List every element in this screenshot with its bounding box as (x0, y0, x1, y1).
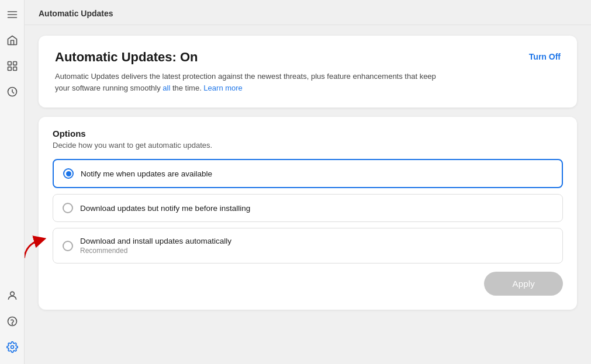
sidebar (0, 0, 25, 364)
content-area: Automatic Updates: On Automatic Updates … (25, 25, 591, 320)
menu-icon[interactable] (5, 7, 20, 22)
svg-point-10 (12, 324, 12, 325)
home-icon[interactable] (5, 33, 20, 48)
options-title: Options (53, 129, 563, 138)
radio-label-auto-install: Download and install updates automatical… (80, 237, 231, 245)
desc-text-1: Automatic Updates delivers the latest pr… (55, 72, 436, 92)
learn-more-link[interactable]: Learn more (203, 84, 242, 92)
radio-option-download-notify[interactable]: Download updates but notify me before in… (53, 194, 563, 222)
arrow-annotation (25, 230, 50, 262)
apply-button[interactable]: Apply (484, 272, 563, 296)
page-title: Automatic Updates (39, 9, 113, 18)
radio-label-wrap-download-notify: Download updates but notify me before in… (80, 204, 250, 213)
svg-rect-6 (13, 67, 16, 71)
turn-off-button[interactable]: Turn Off (529, 52, 561, 61)
radio-option-notify[interactable]: Notify me when updates are available (53, 159, 563, 188)
help-icon[interactable] (5, 314, 20, 329)
radio-label-download-notify: Download updates but notify me before in… (80, 204, 250, 213)
account-icon[interactable] (5, 288, 20, 303)
topbar: Automatic Updates (25, 0, 591, 25)
red-arrow-icon (25, 230, 50, 262)
options-subtitle: Decide how you want to get automatic upd… (53, 141, 563, 150)
radio-circle-auto-install (63, 241, 73, 251)
radio-circle-download-notify (63, 203, 73, 213)
status-card: Automatic Updates: On Automatic Updates … (39, 36, 577, 108)
options-card: Options Decide how you want to get autom… (39, 117, 577, 310)
radio-circle-inner-notify (66, 171, 71, 176)
radio-label-wrap-auto-install: Download and install updates automatical… (80, 237, 231, 255)
update-description: Automatic Updates delivers the latest pr… (55, 71, 452, 93)
svg-rect-3 (8, 62, 11, 65)
settings-icon[interactable] (5, 339, 20, 355)
main-content: Automatic Updates Automatic Updates: On … (25, 0, 591, 364)
svg-point-8 (10, 292, 14, 296)
status-card-content: Automatic Updates: On Automatic Updates … (55, 50, 515, 93)
apps-icon[interactable] (5, 58, 20, 74)
radio-circle-notify (63, 168, 74, 179)
radio-options-list: Notify me when updates are available Dow… (53, 159, 563, 264)
apply-row: Apply (53, 272, 563, 296)
svg-point-11 (11, 346, 13, 349)
radio-sublabel-recommended: Recommended (80, 247, 231, 255)
radio-label-wrap-notify: Notify me when updates are available (81, 169, 212, 178)
svg-rect-4 (13, 62, 16, 65)
radio-option-auto-install[interactable]: Download and install updates automatical… (53, 228, 563, 264)
circle-status-icon[interactable] (5, 84, 20, 99)
update-status-title: Automatic Updates: On (55, 50, 515, 65)
radio-label-notify: Notify me when updates are available (81, 169, 212, 178)
desc-text-2: the time. (170, 84, 203, 92)
desc-highlight-all: all (163, 84, 170, 92)
svg-rect-5 (8, 67, 11, 71)
